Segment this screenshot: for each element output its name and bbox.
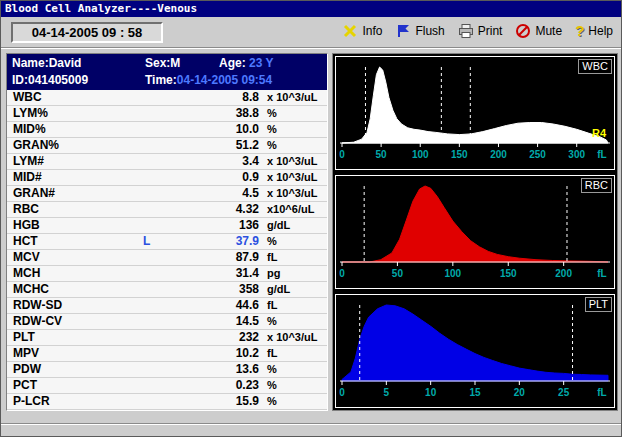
- wbc-histogram: WBC 050100150200250300fLR4: [335, 56, 615, 170]
- table-row: LYM#3.4x 10^3/uL: [7, 154, 327, 170]
- svg-text:5: 5: [384, 387, 390, 398]
- result-value: 38.8: [179, 106, 259, 121]
- svg-text:R4: R4: [592, 127, 607, 139]
- result-value: 13.6: [179, 362, 259, 377]
- result-value: 4.5: [179, 186, 259, 201]
- table-row: PLT232x 10^3/uL: [7, 330, 327, 346]
- result-unit: %: [267, 106, 277, 121]
- age-label: Age:: [219, 56, 246, 70]
- table-row: RBC4.32x10^6/uL: [7, 202, 327, 218]
- result-unit: g/dL: [267, 282, 290, 297]
- result-unit: %: [267, 122, 277, 137]
- result-value: 232: [179, 330, 259, 345]
- patient-name: Name:David: [12, 56, 81, 70]
- table-row: GRAN%51.2%: [7, 138, 327, 154]
- param-label: PDW: [13, 362, 41, 377]
- table-row: MCHC358g/dL: [7, 282, 327, 298]
- rbc-chart-label: RBC: [581, 178, 612, 193]
- result-unit: %: [267, 394, 277, 409]
- result-unit: %: [267, 378, 277, 393]
- svg-text:200: 200: [490, 149, 507, 160]
- result-unit: x10^6/uL: [267, 202, 314, 217]
- table-row: MCH31.4pg: [7, 266, 327, 282]
- name-value: David: [49, 56, 82, 70]
- result-value: 3.4: [179, 154, 259, 169]
- param-label: LYM%: [13, 106, 48, 121]
- patient-age: Age: 23 Y: [219, 56, 273, 70]
- param-label: MCHC: [13, 282, 49, 297]
- svg-text:0: 0: [339, 268, 345, 279]
- svg-text:15: 15: [469, 387, 481, 398]
- result-unit: %: [267, 234, 277, 249]
- result-unit: %: [267, 314, 277, 329]
- table-row: MID#0.9x 10^3/uL: [7, 170, 327, 186]
- result-value: 37.9: [179, 234, 259, 249]
- result-value: 87.9: [179, 250, 259, 265]
- help-button[interactable]: ? Help: [575, 22, 613, 39]
- result-value: 10.0: [179, 122, 259, 137]
- param-label: HGB: [13, 218, 40, 233]
- result-value: 10.2: [179, 346, 259, 361]
- param-label: LYM#: [13, 154, 44, 169]
- mute-button[interactable]: Mute: [515, 23, 562, 39]
- histogram-panel: WBC 050100150200250300fLR4 RBC 050100150…: [332, 53, 618, 411]
- result-unit: x 10^3/uL: [267, 170, 317, 185]
- patient-id: ID:041405009: [12, 73, 88, 87]
- param-label: GRAN#: [13, 186, 55, 201]
- info-button[interactable]: Info: [342, 23, 382, 39]
- svg-text:fL: fL: [597, 268, 606, 279]
- table-row: WBC8.8x 10^3/uL: [7, 90, 327, 106]
- param-label: MID%: [13, 122, 46, 137]
- result-value: 0.23: [179, 378, 259, 393]
- print-button-label: Print: [478, 24, 503, 38]
- result-value: 51.2: [179, 138, 259, 153]
- rbc-histogram: RBC 050100150200fL: [335, 175, 615, 289]
- table-row: LYM%38.8%: [7, 106, 327, 122]
- patient-sex: Sex:M: [145, 56, 180, 70]
- mute-button-label: Mute: [535, 24, 562, 38]
- svg-text:50: 50: [376, 149, 388, 160]
- table-row: RDW-CV14.5%: [7, 314, 327, 330]
- result-unit: pg: [267, 266, 280, 281]
- window-title: Blood Cell Analyzer----Venous: [5, 2, 197, 15]
- plt-histogram-plot: 0510152025fL: [336, 295, 614, 407]
- printer-icon: [458, 23, 474, 39]
- result-value: 4.32: [179, 202, 259, 217]
- datetime-display: 04-14-2005 09 : 58: [11, 22, 163, 43]
- result-unit: x 10^3/uL: [267, 186, 317, 201]
- wbc-histogram-plot: 050100150200250300fLR4: [336, 57, 614, 169]
- svg-text:fL: fL: [597, 149, 606, 160]
- svg-text:50: 50: [392, 268, 404, 279]
- table-row: MPV10.2fL: [7, 346, 327, 362]
- result-unit: x 10^3/uL: [267, 154, 317, 169]
- analyzer-window: Blood Cell Analyzer----Venous 04-14-2005…: [0, 0, 622, 437]
- param-label: HCT: [13, 234, 38, 249]
- result-unit: fL: [267, 250, 277, 265]
- info-x-icon: [342, 23, 358, 39]
- plt-chart-label: PLT: [585, 297, 612, 312]
- print-button[interactable]: Print: [458, 23, 503, 39]
- info-button-label: Info: [362, 24, 382, 38]
- toolbar: 04-14-2005 09 : 58 Info Flush Print: [1, 17, 621, 48]
- table-row: MID%10.0%: [7, 122, 327, 138]
- title-bar: Blood Cell Analyzer----Venous: [1, 1, 621, 17]
- param-label: MCV: [13, 250, 40, 265]
- name-label: Name:: [12, 56, 49, 70]
- table-row: RDW-SD44.6fL: [7, 298, 327, 314]
- result-value: 8.8: [179, 90, 259, 105]
- svg-text:fL: fL: [597, 387, 606, 398]
- wbc-chart-label: WBC: [578, 59, 612, 74]
- sample-time: Time:04-14-2005 09:54: [145, 73, 272, 87]
- plt-histogram: PLT 0510152025fL: [335, 294, 615, 408]
- flush-flag-icon: [395, 23, 411, 39]
- param-label: MID#: [13, 170, 42, 185]
- svg-text:150: 150: [451, 149, 468, 160]
- flush-button[interactable]: Flush: [395, 23, 444, 39]
- svg-text:25: 25: [558, 387, 570, 398]
- param-label: RBC: [13, 202, 39, 217]
- time-label: Time:: [145, 73, 177, 87]
- id-label: ID:: [12, 73, 28, 87]
- table-row: GRAN#4.5x 10^3/uL: [7, 186, 327, 202]
- param-label: PLT: [13, 330, 35, 345]
- result-unit: g/dL: [267, 218, 290, 233]
